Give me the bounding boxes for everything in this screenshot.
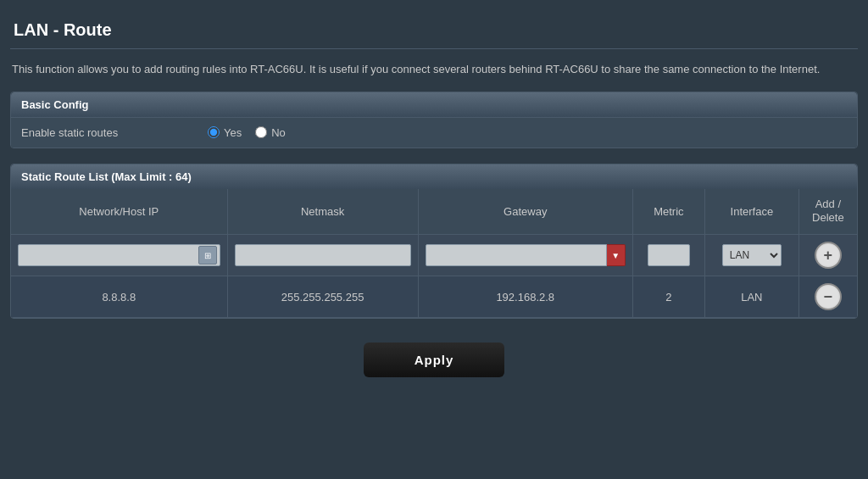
- data-cell-delete: −: [798, 276, 857, 318]
- delete-btn-wrap: −: [806, 283, 850, 310]
- gateway-input[interactable]: [426, 244, 607, 266]
- yes-radio-option[interactable]: Yes: [208, 126, 242, 139]
- yes-radio-input[interactable]: [208, 126, 220, 138]
- col-add-delete: Add /Delete: [798, 189, 857, 235]
- input-cell-network: ⊞: [11, 235, 227, 276]
- col-interface: Interface: [705, 189, 799, 235]
- data-cell-network: 8.8.8.8: [11, 276, 227, 318]
- apply-button[interactable]: Apply: [364, 343, 505, 377]
- no-radio-input[interactable]: [255, 126, 267, 138]
- input-row: ⊞ ▼: [11, 235, 857, 276]
- data-cell-interface: LAN: [705, 276, 799, 318]
- add-button[interactable]: +: [815, 242, 842, 269]
- table-header-row: Network/Host IP Netmask Gateway Metric I…: [11, 189, 857, 235]
- add-btn-wrap: +: [806, 242, 850, 269]
- delete-icon: −: [824, 289, 833, 304]
- route-table: Network/Host IP Netmask Gateway Metric I…: [11, 189, 857, 319]
- no-label: No: [271, 126, 286, 139]
- col-network-host-ip: Network/Host IP: [11, 189, 227, 235]
- no-radio-option[interactable]: No: [255, 126, 286, 139]
- gateway-dropdown-btn[interactable]: ▼: [607, 244, 626, 266]
- static-routes-label: Enable static routes: [21, 126, 208, 139]
- add-icon: +: [824, 248, 833, 263]
- page-description: This function allows you to add routing …: [10, 61, 858, 78]
- route-list-header: Static Route List (Max Limit : 64): [11, 164, 857, 189]
- netmask-input[interactable]: [235, 244, 411, 266]
- dropdown-icon: ▼: [611, 251, 620, 260]
- input-cell-netmask: [227, 235, 418, 276]
- gateway-input-wrap: ▼: [426, 244, 626, 266]
- metric-input[interactable]: [648, 244, 690, 266]
- interface-select[interactable]: LAN WAN: [722, 244, 782, 266]
- book-icon-symbol: ⊞: [204, 251, 211, 260]
- route-list-section: Static Route List (Max Limit : 64) Netwo…: [10, 164, 858, 320]
- col-netmask: Netmask: [227, 189, 418, 235]
- delete-button[interactable]: −: [815, 283, 842, 310]
- col-gateway: Gateway: [418, 189, 632, 235]
- table-row: 8.8.8.8 255.255.255.255 192.168.2.8 2 LA…: [11, 276, 857, 318]
- yes-label: Yes: [224, 126, 242, 139]
- network-input-wrap: ⊞: [18, 244, 220, 266]
- network-host-ip-input[interactable]: [18, 244, 220, 266]
- col-metric: Metric: [632, 189, 704, 235]
- input-cell-interface: LAN WAN: [705, 235, 799, 276]
- page-container: LAN - Route This function allows you to …: [10, 8, 858, 386]
- input-cell-add: +: [798, 235, 857, 276]
- static-routes-row: Enable static routes Yes No: [11, 117, 857, 148]
- basic-config-section: Basic Config Enable static routes Yes No: [10, 92, 858, 148]
- input-cell-gateway: ▼: [418, 235, 632, 276]
- apply-btn-container: Apply: [10, 336, 858, 386]
- book-icon[interactable]: ⊞: [198, 246, 217, 265]
- data-cell-gateway: 192.168.2.8: [418, 276, 632, 318]
- basic-config-header: Basic Config: [11, 92, 857, 117]
- data-cell-metric: 2: [632, 276, 704, 318]
- static-routes-radio-group: Yes No: [208, 126, 286, 139]
- input-cell-metric: [632, 235, 704, 276]
- page-title: LAN - Route: [10, 8, 858, 49]
- data-cell-netmask: 255.255.255.255: [227, 276, 418, 318]
